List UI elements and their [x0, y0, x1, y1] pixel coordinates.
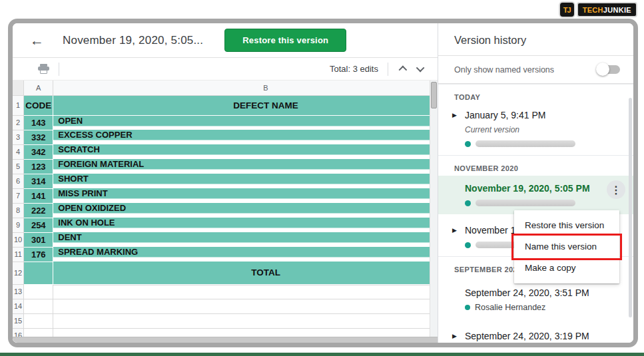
sheet-vertical-scrollbar[interactable]	[430, 81, 438, 337]
panel-title: Version history	[438, 23, 633, 56]
row-header-15[interactable]: 15	[13, 313, 24, 328]
cell-A1[interactable]: CODE	[24, 95, 53, 115]
cell-A2[interactable]: 143	[24, 115, 53, 130]
cell-A10[interactable]: 301	[24, 232, 53, 247]
row-header-14[interactable]: 14	[13, 299, 24, 313]
sheet-row-13: 13	[13, 284, 438, 299]
editor-dot-icon	[465, 242, 471, 248]
techjunkie-logo: TJ TECHJUNKIE	[559, 1, 637, 18]
cell-B8[interactable]: OPEN OXIDIZED	[53, 203, 438, 214]
col-header-B[interactable]: B	[53, 81, 438, 95]
row-header-8[interactable]: 8	[13, 203, 24, 218]
panel-scrollbar[interactable]	[629, 98, 632, 317]
row-header-1[interactable]: 1	[13, 95, 24, 115]
browser-window: ← November 19, 2020, 5:05... Restore thi…	[8, 19, 638, 347]
cell-A11[interactable]: 176	[24, 247, 53, 262]
redacted-editor-name	[476, 200, 575, 206]
sheet-row-7: 7141MISS PRINT365140124101	[13, 188, 438, 203]
version-entry-title: January 5, 9:41 PM	[465, 110, 617, 120]
section-header: TODAY	[438, 85, 633, 104]
expand-arrow-icon[interactable]: ▶	[452, 333, 457, 339]
editor-name: Rosalie Hernandez	[475, 303, 545, 312]
cell-A4[interactable]: 342	[24, 144, 53, 159]
row-header-10[interactable]: 10	[13, 232, 24, 247]
cell-A8[interactable]: 222	[24, 203, 53, 218]
menu-item-name-version[interactable]: Name this version	[514, 236, 619, 258]
cell-A9[interactable]: 254	[24, 218, 53, 232]
menu-item-restore[interactable]: Restore this version	[514, 215, 619, 236]
section-today: TODAY ▶ January 5, 9:41 PM Current versi…	[438, 84, 633, 155]
cell-A5[interactable]: 123	[24, 159, 53, 174]
row-header-9[interactable]: 9	[13, 218, 24, 232]
cell-B16[interactable]	[53, 328, 438, 329]
sheet-area: ← November 19, 2020, 5:05... Restore thi…	[13, 23, 438, 343]
techjunkie-wordmark: TECHJUNKIE	[577, 2, 637, 17]
cell-A15[interactable]	[24, 313, 53, 328]
row-header-12[interactable]: 12	[13, 262, 24, 284]
redacted-editor-name	[476, 140, 575, 147]
page-bottom-strip	[0, 353, 644, 356]
back-arrow-icon[interactable]: ←	[30, 33, 44, 47]
cell-A12[interactable]	[24, 262, 53, 284]
cell-A13[interactable]	[24, 284, 53, 299]
sheet-horizontal-scrollbar[interactable]	[13, 337, 438, 343]
cell-B1[interactable]: DEFECT NAME	[53, 95, 438, 115]
menu-item-make-copy[interactable]: Make a copy	[514, 258, 619, 279]
sheet-vscroll-thumb[interactable]	[431, 82, 437, 108]
editor-row: Rosalie Hernandez	[465, 303, 617, 312]
previous-edit-icon[interactable]	[399, 66, 408, 75]
row-header-5[interactable]: 5	[13, 159, 24, 174]
cell-B13[interactable]	[53, 285, 438, 285]
print-icon[interactable]	[38, 64, 49, 74]
cell-B15[interactable]	[53, 313, 438, 314]
sheet-row-2: 2143OPEN513237176100	[13, 115, 438, 130]
version-entry-title: November 19, 2020, 5:05 PM	[465, 183, 617, 194]
cell-A6[interactable]: 314	[24, 174, 53, 188]
cell-B5[interactable]: FOREIGN MATERIAL	[53, 159, 438, 170]
cell-B3[interactable]: EXCESS COPPER	[53, 130, 438, 140]
row-header-13[interactable]: 13	[13, 284, 24, 299]
row-header-6[interactable]: 6	[13, 174, 24, 188]
named-versions-toggle[interactable]	[596, 65, 620, 75]
more-options-icon[interactable]: ⋮	[607, 180, 625, 199]
techjunkie-monogram-icon: TJ	[559, 1, 575, 18]
section-header: NOVEMBER 2020	[438, 156, 633, 176]
row-header-4[interactable]: 4	[13, 144, 24, 159]
version-entry-november-19-selected[interactable]: November 19, 2020, 5:05 PM ⋮	[438, 176, 633, 214]
row-header-3[interactable]: 3	[13, 130, 24, 144]
toggle-label: Only show named versions	[454, 65, 554, 75]
cell-A3[interactable]: 332	[24, 130, 53, 144]
cell-B9[interactable]: INK ON HOLE	[53, 218, 438, 228]
version-entry-january-5[interactable]: ▶ January 5, 9:41 PM Current version	[438, 104, 633, 155]
sheet-row-11: 11176SPREAD MARKING31573135107	[13, 247, 438, 262]
cell-B12[interactable]: TOTAL	[53, 262, 438, 284]
version-context-menu: Restore this version Name this version M…	[514, 210, 619, 283]
cell-B4[interactable]: SCRATCH	[53, 144, 438, 155]
cell-B6[interactable]: SHORT	[53, 174, 438, 184]
cell-B2[interactable]: OPEN	[53, 116, 438, 126]
grid-corner[interactable]	[13, 81, 24, 95]
current-version-label: Current version	[465, 125, 617, 134]
version-entry-september-24-319[interactable]: ▶ September 24, 2020, 3:19 PM	[438, 320, 633, 343]
cell-B11[interactable]: SPREAD MARKING	[53, 247, 438, 258]
sheet-row-4: 4342SCRATCH422170145107	[13, 144, 438, 159]
expand-arrow-icon[interactable]: ▶	[452, 112, 457, 118]
sheet-row-5: 5123FOREIGN MATERIAL44515819790	[13, 159, 438, 174]
cell-A7[interactable]: 141	[24, 188, 53, 203]
expand-arrow-icon[interactable]: ▶	[452, 227, 457, 234]
cell-B14[interactable]	[53, 299, 438, 299]
total-edits-label: Total: 3 edits	[330, 64, 378, 74]
cell-B10[interactable]: DENT	[53, 232, 438, 243]
row-header-11[interactable]: 11	[13, 247, 24, 262]
version-entry-title: September 24, 2020, 3:19 PM	[465, 331, 617, 341]
preview-toolbar: Total: 3 edits	[13, 58, 438, 81]
restore-version-button[interactable]: Restore this version	[224, 29, 346, 52]
cell-B7[interactable]: MISS PRINT	[53, 188, 438, 199]
editor-dot-icon	[465, 305, 470, 310]
cell-A14[interactable]	[24, 299, 53, 313]
next-edit-icon[interactable]	[416, 64, 425, 73]
row-header-2[interactable]: 2	[13, 115, 24, 130]
editor-row	[465, 140, 617, 147]
col-header-A[interactable]: A	[24, 81, 53, 95]
row-header-7[interactable]: 7	[13, 188, 24, 203]
